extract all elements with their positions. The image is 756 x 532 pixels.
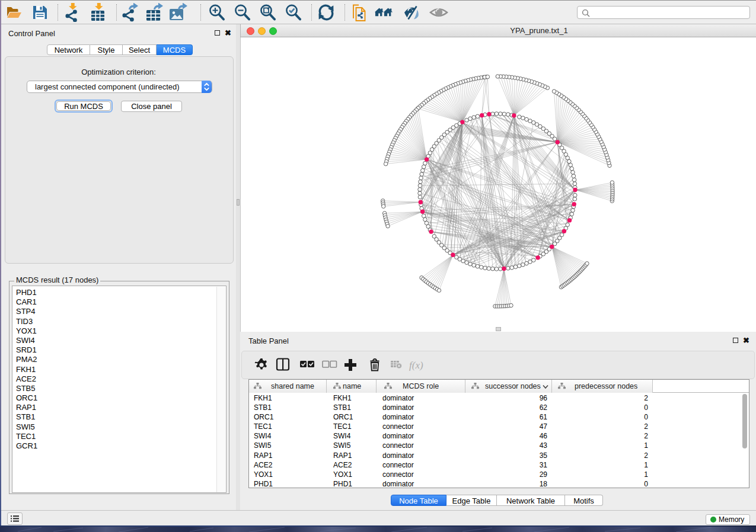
svg-text:f(x): f(x) (409, 360, 423, 371)
